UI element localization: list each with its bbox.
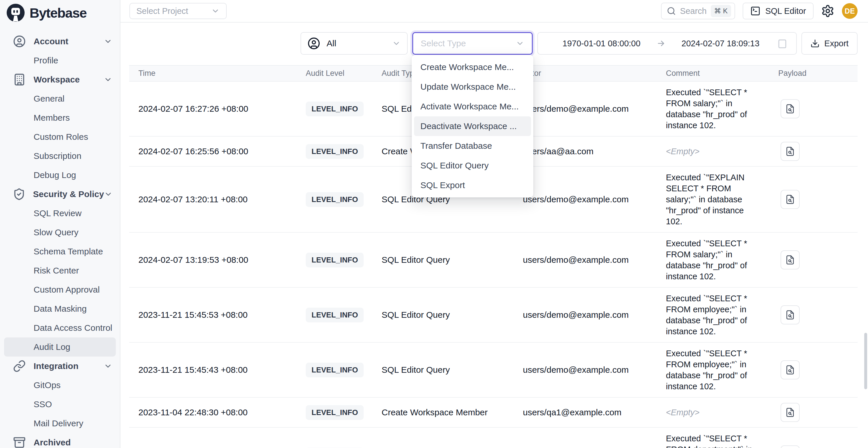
- user-circle-icon: [308, 37, 320, 50]
- view-payload-button[interactable]: [781, 360, 800, 379]
- sidebar-item-general[interactable]: General: [0, 89, 120, 108]
- sql-editor-button[interactable]: SQL Editor: [743, 3, 813, 20]
- cell-actor: users/qa1@example.com: [523, 408, 666, 417]
- settings-button[interactable]: [821, 4, 834, 18]
- menu-option-create-workspace-member[interactable]: Create Workspace Me...: [414, 57, 531, 77]
- audit-level-badge: LEVEL_INFO: [306, 253, 364, 267]
- cell-comment: Executed `"EXPLAIN SELECT * FROM salary;…: [666, 167, 778, 232]
- sidebar-item-integration[interactable]: Integration: [0, 357, 120, 376]
- view-payload-button[interactable]: [781, 445, 800, 448]
- menu-option-sql-export[interactable]: SQL Export: [414, 175, 531, 195]
- view-payload-button[interactable]: [781, 250, 800, 269]
- archive-icon: [13, 436, 26, 448]
- column-header-actor: Actor: [523, 69, 666, 78]
- scrollbar-thumb[interactable]: [864, 333, 867, 389]
- cell-audit-type: SQL Editor Query: [381, 365, 523, 375]
- menu-option-update-workspace-member[interactable]: Update Workspace Me...: [414, 77, 531, 97]
- sidebar-item-members[interactable]: Members: [0, 108, 120, 127]
- menu-option-transfer-database[interactable]: Transfer Database: [414, 136, 531, 156]
- shield-check-icon: [13, 188, 26, 201]
- avatar[interactable]: DE: [842, 3, 858, 19]
- audit-level-badge: LEVEL_INFO: [306, 102, 364, 116]
- sidebar-item-workspace[interactable]: Workspace: [0, 70, 120, 89]
- file-search-icon: [785, 104, 795, 114]
- cell-time: 2024-02-07 16:25:56 +08:00: [129, 147, 306, 156]
- cell-actor: users/aa@aa.com: [523, 147, 666, 156]
- sidebar-item-sql-review[interactable]: SQL Review: [0, 204, 120, 223]
- menu-option-sql-editor-query[interactable]: SQL Editor Query: [414, 156, 531, 175]
- cell-time: 2023-11-21 15:45:53 +08:00: [129, 310, 306, 320]
- cell-comment: <Empty>: [666, 141, 778, 162]
- sidebar-item-risk-center[interactable]: Risk Center: [0, 261, 120, 280]
- sidebar: Bytebase Account Profile Workspace Gener…: [0, 0, 120, 448]
- cell-time: 2024-02-07 13:19:53 +08:00: [129, 255, 306, 265]
- search-button[interactable]: Search ⌘ K: [661, 3, 735, 20]
- view-payload-button[interactable]: [781, 403, 800, 422]
- audit-level-badge: LEVEL_INFO: [306, 144, 364, 159]
- topbar-right: Search ⌘ K SQL Editor DE: [661, 3, 858, 20]
- cell-comment: Executed `"SELECT * FROM employee;"` in …: [666, 343, 778, 397]
- cell-actor: users/demo@example.com: [523, 104, 666, 114]
- bytebase-logo-icon: [6, 3, 25, 22]
- sidebar-item-data-masking[interactable]: Data Masking: [0, 299, 120, 318]
- sidebar-item-security-policy[interactable]: Security & Policy: [0, 185, 120, 204]
- type-dropdown-menu: Create Workspace Me... Update Workspace …: [412, 55, 533, 197]
- cell-comment: <Empty>: [666, 402, 778, 423]
- sidebar-item-profile[interactable]: Profile: [0, 51, 120, 70]
- file-search-icon: [785, 194, 795, 204]
- export-button[interactable]: Export: [801, 32, 858, 55]
- view-payload-button[interactable]: [781, 142, 800, 161]
- file-search-icon: [785, 255, 795, 265]
- sidebar-item-archived[interactable]: Archived: [0, 433, 120, 448]
- actor-filter[interactable]: All: [301, 32, 408, 55]
- cell-time: 2023-11-04 22:48:30 +08:00: [129, 408, 306, 417]
- chevron-down-icon: [392, 39, 401, 48]
- date-from-value[interactable]: 1970-01-01 08:00:00: [547, 39, 656, 48]
- cell-actor: users/demo@example.com: [523, 365, 666, 375]
- audit-level-badge: LEVEL_INFO: [306, 192, 364, 207]
- menu-option-deactivate-workspace-member[interactable]: Deactivate Workspace ...: [414, 116, 531, 136]
- sidebar-item-sso[interactable]: SSO: [0, 395, 120, 414]
- cell-audit-type: Create Workspace Member: [381, 408, 523, 417]
- sidebar-item-data-access-control[interactable]: Data Access Control: [0, 318, 120, 338]
- view-payload-button[interactable]: [781, 190, 800, 209]
- brand-name: Bytebase: [30, 5, 87, 21]
- sidebar-item-account[interactable]: Account: [0, 32, 120, 51]
- sidebar-item-custom-roles[interactable]: Custom Roles: [0, 127, 120, 147]
- search-placeholder: Search: [680, 6, 707, 16]
- sidebar-item-subscription[interactable]: Subscription: [0, 147, 120, 165]
- sidebar-nav: Account Profile Workspace General Member…: [0, 32, 120, 448]
- actor-filter-value: All: [327, 38, 336, 48]
- gear-icon: [821, 4, 834, 18]
- cell-audit-type: SQL Editor Query: [381, 310, 523, 320]
- sidebar-item-schema-template[interactable]: Schema Template: [0, 242, 120, 261]
- cell-comment: Executed `"SELECT * FROM salary;"` in da…: [666, 233, 778, 287]
- audit-level-badge: LEVEL_INFO: [306, 405, 364, 420]
- file-search-icon: [785, 310, 795, 320]
- search-shortcut-badge: ⌘ K: [711, 5, 731, 17]
- calendar-icon: [777, 38, 787, 49]
- sidebar-item-slow-query[interactable]: Slow Query: [0, 223, 120, 242]
- view-payload-button[interactable]: [781, 99, 800, 118]
- cell-actor: users/demo@example.com: [523, 194, 666, 204]
- chevron-down-icon: [104, 37, 112, 46]
- sidebar-item-mail-delivery[interactable]: Mail Delivery: [0, 414, 120, 433]
- sidebar-item-custom-approval[interactable]: Custom Approval: [0, 280, 120, 299]
- sidebar-item-debug-log[interactable]: Debug Log: [0, 165, 120, 185]
- user-circle-icon: [13, 35, 26, 48]
- column-header-payload: Payload: [778, 69, 858, 78]
- view-payload-button[interactable]: [781, 305, 800, 324]
- cell-time: 2023-11-21 15:45:43 +08:00: [129, 365, 306, 375]
- building-icon: [13, 73, 26, 86]
- chevron-down-icon: [104, 190, 113, 198]
- menu-option-activate-workspace-member[interactable]: Activate Workspace Me...: [414, 97, 531, 116]
- project-select[interactable]: Select Project: [129, 3, 227, 19]
- sidebar-item-audit-log[interactable]: Audit Log: [4, 338, 116, 357]
- date-range-filter[interactable]: 1970-01-01 08:00:00 2024-02-07 18:09:13: [537, 32, 797, 55]
- column-header-time: Time: [129, 69, 306, 78]
- date-to-value[interactable]: 2024-02-07 18:09:13: [665, 39, 775, 48]
- brand-logo[interactable]: Bytebase: [0, 0, 120, 22]
- sidebar-item-gitops[interactable]: GitOps: [0, 376, 120, 395]
- cell-actor: users/demo@example.com: [523, 310, 666, 320]
- type-filter[interactable]: Select Type: [412, 32, 533, 55]
